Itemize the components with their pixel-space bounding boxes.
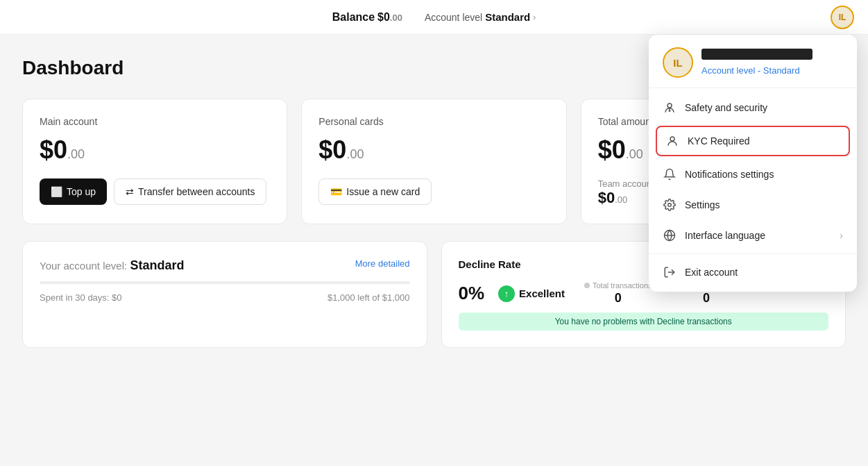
transfer-label: Transfer between accounts (138, 186, 255, 197)
language-icon (663, 228, 676, 242)
dropdown-username (701, 49, 812, 60)
transaction-decline-value: 0 (669, 291, 744, 306)
dropdown-divider (649, 253, 857, 254)
nav-center: Balance $0.00 Account level Standard › (332, 11, 536, 24)
kyc-icon (665, 134, 679, 148)
credit-card-icon: 💳 (330, 186, 342, 197)
excellent-icon: ↑ (498, 285, 515, 302)
personal-cards-card: Personal cards $0.00 💳 Issue a new card (301, 99, 566, 224)
dropdown-item-notifications[interactable]: Notifications settings (649, 159, 857, 190)
total-transactions-stat: Total transactions 0 (584, 281, 652, 306)
svg-point-0 (667, 103, 672, 108)
total-transactions-text: Total transactions (593, 281, 652, 290)
kyc-label: KYC Required (688, 135, 840, 147)
dropdown-menu: IL Account level - Standard Safety and s… (649, 35, 857, 292)
balance-label: Balance (332, 11, 375, 23)
team-dollars: $0 (598, 189, 615, 206)
nav-account-level[interactable]: Account level Standard › (425, 11, 536, 23)
balance-amount: $0 (377, 11, 390, 23)
account-level-value: Standard (485, 11, 530, 23)
user-avatar[interactable]: IL (831, 6, 854, 29)
main-account-title: Main account (40, 116, 270, 127)
exit-label: Exit account (685, 267, 843, 278)
issue-card-label: Issue a new card (346, 186, 420, 197)
dropdown-user-info: Account level - Standard (701, 49, 843, 76)
notifications-label: Notifications settings (685, 169, 843, 180)
svg-point-3 (668, 203, 672, 207)
balance-cents: .00 (390, 13, 402, 23)
language-chevron-icon: › (840, 230, 843, 241)
dropdown-item-kyc[interactable]: KYC Required (656, 126, 850, 156)
personal-cards-cents: .00 (346, 147, 364, 161)
dropdown-menu-items: Safety and security KYC Required Notific… (649, 88, 857, 292)
nav-balance: Balance $0.00 (332, 11, 402, 24)
dropdown-header: IL Account level - Standard (649, 35, 857, 88)
top-up-label: Top up (67, 186, 96, 197)
spent-info: Spent in 30 days: $0 $1,000 left of $1,0… (40, 292, 410, 303)
settings-icon (663, 198, 676, 212)
account-level-card: Your account level: Standard More detail… (22, 241, 427, 348)
language-label: Interface language (685, 230, 831, 241)
decline-rate-title: Decline Rate (459, 258, 521, 270)
main-account-amount: $0.00 (40, 135, 270, 165)
personal-cards-title: Personal cards (318, 116, 549, 127)
account-level-label: Account level (425, 12, 482, 23)
transfer-button[interactable]: ⇄ Transfer between accounts (114, 178, 266, 205)
total-cents: .00 (626, 147, 643, 161)
dropdown-item-safety[interactable]: Safety and security (649, 92, 857, 123)
dropdown-item-exit[interactable]: Exit account (649, 257, 857, 288)
main-account-actions: ⬜ Top up ⇄ Transfer between accounts (40, 178, 270, 205)
team-cents: .00 (615, 194, 627, 205)
dropdown-item-language[interactable]: Interface language › (649, 220, 857, 251)
account-level-prefix: Your account level: (40, 260, 127, 272)
main-account-cents: .00 (67, 147, 85, 161)
decline-percentage: 0% (459, 283, 485, 304)
personal-cards-amount: $0.00 (318, 135, 549, 165)
main-account-dollars: $0 (40, 135, 67, 164)
personal-cards-actions: 💳 Issue a new card (318, 178, 549, 205)
top-up-icon: ⬜ (51, 186, 62, 197)
total-transactions-value: 0 (584, 291, 652, 306)
total-dollars: $0 (598, 135, 626, 164)
safety-icon (663, 101, 676, 115)
chevron-right-icon: › (533, 13, 536, 22)
notifications-icon (663, 167, 676, 181)
safety-label: Safety and security (685, 102, 843, 113)
transfer-icon: ⇄ (126, 186, 134, 197)
excellent-label: Excellent (519, 288, 565, 299)
progress-bar (40, 281, 410, 284)
excellent-badge: ↑ Excellent (498, 285, 565, 302)
total-transactions-label: Total transactions (584, 281, 652, 290)
exit-icon (663, 265, 676, 279)
account-level-title: Your account level: Standard (40, 258, 184, 273)
stat-dot-total (584, 283, 590, 288)
more-detailed-link[interactable]: More detailed (355, 258, 410, 269)
dropdown-account-level-link[interactable]: Account level - Standard (701, 65, 800, 76)
personal-cards-dollars: $0 (318, 135, 346, 164)
svg-point-2 (670, 137, 674, 141)
svg-point-1 (669, 110, 670, 112)
account-level-standard: Standard (130, 258, 184, 272)
top-up-button[interactable]: ⬜ Top up (40, 178, 107, 205)
issue-card-button[interactable]: 💳 Issue a new card (318, 178, 432, 205)
account-level-header: Your account level: Standard More detail… (40, 258, 410, 273)
main-account-card: Main account $0.00 ⬜ Top up ⇄ Transfer b… (22, 99, 287, 224)
settings-label: Settings (685, 199, 843, 210)
top-nav: Balance $0.00 Account level Standard › I… (0, 0, 868, 35)
dropdown-item-settings[interactable]: Settings (649, 190, 857, 220)
budget-label: $1,000 left of $1,000 (327, 292, 410, 303)
spent-label: Spent in 30 days: $0 (40, 292, 122, 303)
no-problems-banner: You have no problems with Decline transa… (459, 313, 829, 331)
dropdown-avatar: IL (663, 47, 693, 78)
